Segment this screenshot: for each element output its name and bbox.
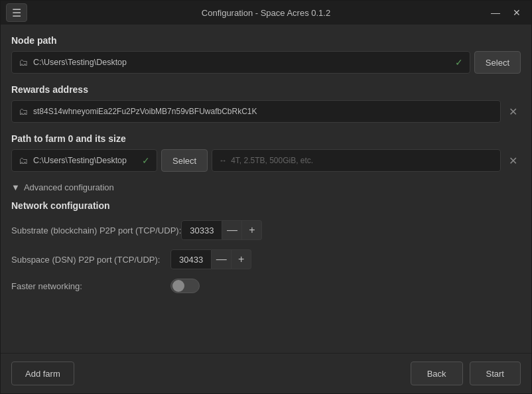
rewards-folder-icon: 🗂 [19, 106, 28, 117]
title-bar-left: ☰ [6, 3, 46, 22]
subspace-port-label: Subspace (DSN) P2P port (TCP/UDP): [11, 255, 170, 265]
faster-networking-toggle[interactable] [170, 279, 200, 293]
farm-close-button[interactable]: ✕ [505, 153, 521, 168]
faster-networking-label: Faster networking: [11, 281, 170, 291]
advanced-toggle-label: Advanced configuration [24, 182, 114, 192]
rewards-close-button[interactable]: ✕ [505, 103, 521, 119]
window-title: Configuration - Space Acres 0.1.2 [46, 8, 486, 18]
advanced-section: ▼ Advanced configuration Network configu… [11, 182, 521, 304]
network-config: Network configuration Substrate (blockch… [11, 200, 521, 293]
farm-section: Path to farm 0 and its size 🗂 C:\Users\T… [11, 133, 521, 182]
substrate-port-decrease[interactable]: — [222, 220, 242, 240]
advanced-toggle[interactable]: ▼ Advanced configuration [11, 182, 521, 192]
rewards-section: Rewards address 🗂 st84S14whneyomiEa22Fu2… [11, 84, 521, 133]
title-bar-controls: — ✕ [486, 5, 526, 21]
farm-label: Path to farm 0 and its size [11, 133, 521, 144]
folder-icon: 🗂 [19, 57, 28, 68]
add-farm-button[interactable]: Add farm [11, 361, 74, 385]
network-config-label: Network configuration [11, 200, 521, 211]
node-path-value: C:\Users\Testing\Desktop [33, 58, 450, 67]
farm-path-value: C:\Users\Testing\Desktop [33, 156, 137, 165]
check-icon: ✓ [455, 57, 463, 68]
substrate-port-label: Substrate (blockchain) P2P port (TCP/UDP… [11, 226, 181, 235]
rewards-address-value: st84S14whneyomiEa22Fu2PzVoibMB7n59vBFUwa… [33, 107, 494, 116]
node-path-input[interactable]: 🗂 C:\Users\Testing\Desktop ✓ [11, 51, 470, 74]
node-path-label: Node path [11, 35, 521, 46]
menu-button[interactable]: ☰ [6, 3, 27, 22]
farm-row: 🗂 C:\Users\Testing\Desktop ✓ Select ↔ 4T… [11, 149, 521, 172]
substrate-port-row: Substrate (blockchain) P2P port (TCP/UDP… [11, 220, 521, 240]
farm-path-input[interactable]: 🗂 C:\Users\Testing\Desktop ✓ [11, 149, 157, 172]
node-path-select-button[interactable]: Select [474, 51, 521, 74]
substrate-port-value: 30333 [181, 220, 222, 240]
subspace-port-control: 30433 — + [170, 249, 251, 269]
subspace-port-increase[interactable]: + [232, 249, 251, 269]
close-button[interactable]: ✕ [507, 5, 526, 21]
subspace-port-row: Subspace (DSN) P2P port (TCP/UDP): 30433… [11, 249, 521, 269]
footer: Add farm Back Start [1, 353, 531, 393]
title-bar: ☰ Configuration - Space Acres 0.1.2 — ✕ [1, 1, 531, 25]
rewards-input[interactable]: 🗂 st84S14whneyomiEa22Fu2PzVoibMB7n59vBFU… [11, 100, 501, 123]
advanced-arrow-icon: ▼ [11, 182, 20, 192]
farm-folder-icon: 🗂 [19, 155, 28, 166]
rewards-label: Rewards address [11, 84, 521, 95]
size-icon: ↔ [219, 156, 227, 165]
main-content: Node path 🗂 C:\Users\Testing\Desktop ✓ S… [1, 25, 531, 353]
main-window: ☰ Configuration - Space Acres 0.1.2 — ✕ … [0, 0, 532, 394]
farm-size-placeholder: 4T, 2.5TB, 500GiB, etc. [231, 156, 313, 165]
farm-check-icon: ✓ [142, 155, 150, 166]
subspace-port-value: 30433 [170, 249, 212, 269]
footer-right: Back Start [411, 361, 521, 385]
start-button[interactable]: Start [470, 361, 521, 385]
back-button[interactable]: Back [411, 361, 463, 385]
substrate-port-control: 30333 — + [181, 220, 262, 240]
rewards-row: 🗂 st84S14whneyomiEa22Fu2PzVoibMB7n59vBFU… [11, 100, 521, 123]
node-path-row: 🗂 C:\Users\Testing\Desktop ✓ Select [11, 51, 521, 74]
farm-size-input[interactable]: ↔ 4T, 2.5TB, 500GiB, etc. [212, 149, 501, 172]
minimize-icon: — [491, 7, 500, 18]
substrate-port-increase[interactable]: + [242, 220, 262, 240]
subspace-port-decrease[interactable]: — [212, 249, 232, 269]
toggle-knob [172, 280, 184, 292]
node-path-section: Node path 🗂 C:\Users\Testing\Desktop ✓ S… [11, 35, 521, 84]
close-icon: ✕ [513, 7, 521, 18]
farm-select-button[interactable]: Select [161, 149, 208, 172]
menu-icon: ☰ [12, 7, 21, 19]
faster-networking-row: Faster networking: [11, 279, 521, 293]
minimize-button[interactable]: — [486, 5, 505, 21]
